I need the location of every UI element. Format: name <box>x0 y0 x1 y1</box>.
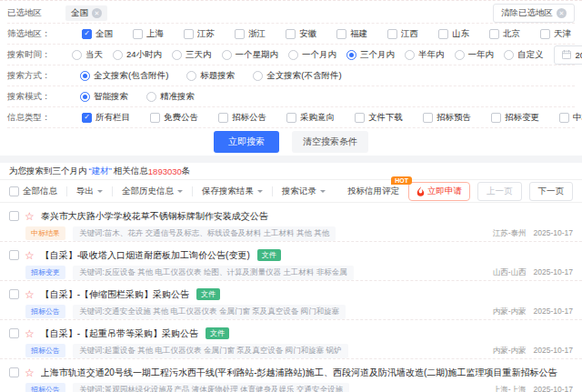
region-option-jiangxi[interactable]: 江西 <box>387 28 418 40</box>
selected-region-label: 已选地区 <box>7 7 62 19</box>
time-option-3days[interactable]: 三天内 <box>172 49 212 61</box>
time-option-24h[interactable]: 24小时内 <box>113 49 162 61</box>
row-checkbox[interactable] <box>9 211 19 221</box>
time-option-today[interactable]: 当天 <box>72 49 103 61</box>
region-option-national[interactable]: 全国 <box>82 28 113 40</box>
search-now-button[interactable]: 立即搜索 <box>214 131 279 153</box>
checkbox-icon <box>559 113 569 123</box>
result-row: 【自采】-吸收塔入口烟道耐磨板加工询价公告(变更) 文件 招标变更 关键词:反应… <box>0 242 582 281</box>
search-method-label: 搜索方式： <box>7 70 62 82</box>
type-option-free[interactable]: 免费公告 <box>150 112 198 124</box>
option-label: 安徽 <box>299 28 316 40</box>
type-option-all[interactable]: 所有栏目 <box>82 112 130 124</box>
mode-option-precise[interactable]: 精准搜索 <box>146 91 195 103</box>
result-title-link[interactable]: 【自采】-【起重吊带等采购】采购公告 <box>41 327 198 340</box>
credit-rating[interactable]: 投标信用评定 HOT <box>347 186 399 197</box>
region-date: 江苏-泰州 2025-10-17 <box>486 228 573 239</box>
save-results-dropdown[interactable]: 保存搜索结果 <box>202 186 263 197</box>
type-option-file-download[interactable]: 文件下载 <box>355 112 403 124</box>
checkbox-icon <box>286 113 296 123</box>
type-option-tender-notice[interactable]: 招标公告 <box>218 112 266 124</box>
time-option-custom[interactable]: 自定义 <box>504 49 544 61</box>
region-option-fujian[interactable]: 福建 <box>336 28 367 40</box>
region-option-anhui[interactable]: 安徽 <box>286 28 316 40</box>
prev-page-button[interactable]: 上一页 <box>477 182 522 201</box>
result-meta-line: 招标公告 关键词:景观园林绿化设施及产品 液体废物处理 体育健身及娱乐 交通安全… <box>25 383 573 392</box>
info-type-label: 信息类型： <box>7 112 62 124</box>
toolbar-divider <box>66 186 67 196</box>
mode-option-smart[interactable]: 智能搜索 <box>80 91 128 103</box>
search-page: 已选地区 全国 清除已选地区 筛选地区： 全国 上海 江苏 浙江 安徽 福建 江… <box>0 0 582 392</box>
clear-selected-regions-button[interactable]: 清除已选地区 <box>493 4 575 23</box>
option-label: 山东 <box>452 28 469 40</box>
method-option-title[interactable]: 标题搜索 <box>186 70 235 82</box>
star-icon[interactable] <box>25 250 35 261</box>
result-title-link[interactable]: 【自采】-【伸缩围栏采购】采购公告 <box>41 288 189 301</box>
toolbar-divider <box>112 186 113 196</box>
region-option-jiangsu[interactable]: 江苏 <box>184 28 215 40</box>
remove-region-icon[interactable] <box>92 8 102 18</box>
star-icon[interactable] <box>25 211 35 222</box>
export-dropdown[interactable]: 导出 <box>76 186 103 197</box>
region-option-tianjin[interactable]: 天津 <box>540 28 571 40</box>
row-checkbox[interactable] <box>9 328 19 338</box>
type-option-award-result[interactable]: 中标结果 <box>559 112 582 124</box>
search-mode-row: 搜索模式： 智能搜索 精准搜索 <box>7 86 575 107</box>
radio-icon <box>455 50 465 60</box>
section-divider <box>0 156 582 163</box>
type-option-tender-preview[interactable]: 招标预告 <box>423 112 471 124</box>
date-label: 2025-10-17 <box>534 307 573 317</box>
row-checkbox[interactable] <box>9 367 19 377</box>
time-option-halfyear[interactable]: 半年内 <box>405 49 445 61</box>
result-title-link[interactable]: 上海市轨道交通20号线一期工程污水西干线(平利路站-彭越浦路站)施工、西段河道及… <box>41 367 557 379</box>
radio-icon <box>405 50 415 60</box>
region-option-beijing[interactable]: 北京 <box>489 28 520 40</box>
apply-now-button[interactable]: 立即申请 <box>408 182 470 201</box>
date-range-input[interactable]: 2025-07-17 至 2025-10-17 <box>554 45 582 65</box>
selected-region-tag-text: 全国 <box>71 7 88 19</box>
result-meta-line: 招标公告 关键词:交通安全设施 其他 电工仪器仪表 金属门窗 泵及真空设备 阀门… <box>25 305 573 318</box>
save-results-label: 保存搜索结果 <box>202 186 254 197</box>
summary-suffix: 条 <box>182 166 191 177</box>
checkbox-icon <box>355 113 365 123</box>
clear-conditions-button[interactable]: 清空搜索条件 <box>292 131 368 153</box>
date-label: 2025-10-17 <box>534 267 573 278</box>
summary-keyword: “建材” <box>89 166 112 177</box>
region-option-shanghai[interactable]: 上海 <box>133 28 164 40</box>
option-label: 三天内 <box>186 49 212 61</box>
history-dropdown[interactable]: 全部历史信息 <box>122 186 183 197</box>
type-tag: 招标公告 <box>25 383 65 392</box>
result-title-link[interactable]: 【自采】-吸收塔入口烟道耐磨板加工询价公告(变更) <box>41 249 250 262</box>
radio-icon <box>504 50 514 60</box>
info-type-row: 信息类型： 所有栏目 免费公告 招标公告 采购意向 文件下载 招标预告 招标变更… <box>7 107 575 128</box>
time-option-1year[interactable]: 一年内 <box>455 49 495 61</box>
time-option-1month[interactable]: 一个月内 <box>288 49 336 61</box>
select-all-label: 全部信息 <box>23 186 57 197</box>
row-checkbox[interactable] <box>9 250 19 260</box>
type-option-purchase-intent[interactable]: 采购意向 <box>286 112 335 124</box>
next-page-button[interactable]: 下一页 <box>529 182 574 201</box>
radio-icon <box>113 50 123 60</box>
star-icon[interactable] <box>25 289 35 300</box>
star-icon[interactable] <box>25 328 35 339</box>
search-records-dropdown[interactable]: 搜索记录 <box>282 186 326 197</box>
method-option-fulltext-with-attachment[interactable]: 全文搜索(包含附件) <box>80 70 168 82</box>
result-title-link[interactable]: 泰兴市大庆路小学学校花草不锈钢标牌制作安装成交公告 <box>41 210 268 223</box>
method-option-fulltext-no-attachment[interactable]: 全文搜索(不含附件) <box>253 70 341 82</box>
type-tag: 招标公告 <box>25 344 65 357</box>
radio-icon <box>72 50 82 60</box>
type-option-tender-change[interactable]: 招标变更 <box>491 112 539 124</box>
region-option-shandong[interactable]: 山东 <box>438 28 469 40</box>
option-label: 福建 <box>350 28 367 40</box>
type-tag: 中标结果 <box>25 226 65 240</box>
row-checkbox[interactable] <box>9 289 19 299</box>
keywords-pill: 关键词:苗木、花卉 交通信号及标志、标线设备及材料 土工材料 其他 其他 <box>73 226 336 241</box>
time-option-1week[interactable]: 一个星期内 <box>222 49 279 61</box>
clear-regions-x-icon <box>557 8 567 18</box>
checkbox-icon <box>423 113 433 123</box>
star-icon[interactable] <box>25 367 35 378</box>
select-all-checkbox[interactable]: 全部信息 <box>9 186 57 197</box>
time-option-3months[interactable]: 三个月内 <box>346 49 395 61</box>
radio-selected-icon <box>346 50 356 60</box>
region-option-zhejiang[interactable]: 浙江 <box>235 28 266 40</box>
